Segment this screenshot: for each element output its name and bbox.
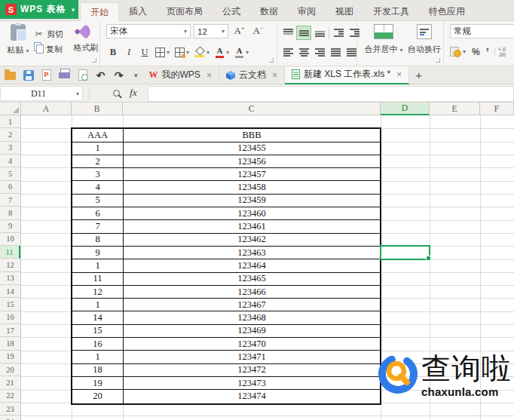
row-header-3[interactable]: 3	[0, 142, 20, 155]
column-header-D[interactable]: D	[381, 103, 430, 115]
grow-font-button[interactable]: A+	[231, 25, 247, 37]
cell[interactable]: 20	[72, 390, 124, 403]
column-header-B[interactable]: B	[72, 103, 123, 115]
merge-center-button[interactable]: 合并居中 ▾	[362, 24, 405, 55]
doc-tab-workbook[interactable]: 新建 XLS 工作表.xls * ×	[285, 66, 409, 84]
justify-button[interactable]	[328, 45, 343, 60]
fill-color-button[interactable]: ▾	[193, 45, 211, 60]
cell[interactable]: 123462	[124, 234, 380, 246]
format-painter-button[interactable]: 格式刷	[72, 24, 99, 54]
cell[interactable]: 2	[72, 155, 124, 167]
align-middle-button[interactable]	[296, 26, 311, 40]
row-header-7[interactable]: 7	[0, 194, 20, 207]
cut-button[interactable]: ✂ 剪切	[33, 26, 72, 41]
row-header-2[interactable]: 2	[0, 128, 20, 141]
cell[interactable]: 4	[72, 181, 124, 193]
tab-view[interactable]: 视图	[326, 2, 363, 21]
align-center-button[interactable]	[296, 45, 311, 60]
wrap-text-button[interactable]: 自动换行	[407, 24, 442, 55]
row-header-16[interactable]: 16	[0, 311, 20, 324]
currency-format-button[interactable]: ▾	[448, 44, 467, 59]
distributed-button[interactable]	[344, 45, 359, 60]
row-header-21[interactable]: 21	[0, 376, 20, 389]
cell[interactable]: 19	[72, 377, 124, 389]
new-tab-button[interactable]: +	[409, 66, 428, 84]
cell[interactable]: 123464	[124, 259, 380, 271]
phonetic-guide-button[interactable]: A ▾	[233, 45, 250, 60]
row-header-11[interactable]: 11	[0, 246, 20, 259]
app-brand[interactable]: S WPS 表格 ▾	[0, 0, 78, 19]
cell[interactable]: 123457	[124, 168, 380, 180]
redo-button[interactable]: ↷	[112, 69, 125, 81]
thousand-separator-button[interactable]: ’	[485, 48, 491, 56]
cell[interactable]: 8	[72, 234, 124, 246]
row-header-19[interactable]: 19	[0, 351, 20, 363]
row-header-24[interactable]: 24	[0, 415, 20, 420]
cell[interactable]: 12	[72, 286, 124, 298]
cell[interactable]: 123472	[124, 364, 380, 376]
font-name-select[interactable]: 宋体▾	[106, 24, 191, 38]
row-header-10[interactable]: 10	[0, 233, 20, 246]
cell[interactable]: 123461	[124, 220, 380, 232]
cell[interactable]: 6	[72, 207, 124, 219]
column-header-E[interactable]: E	[430, 103, 480, 115]
tab-page-layout[interactable]: 页面布局	[157, 2, 213, 21]
close-icon[interactable]: ×	[204, 70, 212, 81]
cell[interactable]: 1	[72, 351, 124, 363]
cell[interactable]: 123463	[124, 247, 380, 259]
row-header-8[interactable]: 8	[0, 207, 20, 219]
row-header-17[interactable]: 17	[0, 324, 20, 337]
tab-data[interactable]: 数据	[250, 2, 288, 21]
tab-formulas[interactable]: 公式	[213, 2, 250, 21]
cell[interactable]: 9	[72, 247, 124, 259]
cell[interactable]: 123456	[124, 155, 380, 167]
open-file-button[interactable]	[4, 69, 17, 81]
insert-function-button[interactable]: fx	[130, 87, 137, 99]
column-header-F[interactable]: F	[480, 103, 514, 115]
undo-button[interactable]: ↶	[94, 69, 107, 81]
cell[interactable]: 7	[72, 220, 124, 232]
print-button[interactable]	[58, 69, 71, 81]
cell[interactable]: AAA	[72, 129, 124, 141]
column-header-C[interactable]: C	[123, 103, 381, 115]
close-icon[interactable]: ×	[394, 69, 402, 80]
cell[interactable]: 1	[72, 143, 124, 155]
row-header-20[interactable]: 20	[0, 363, 20, 376]
cell[interactable]: 123460	[124, 207, 380, 219]
italic-button[interactable]: I	[122, 45, 136, 60]
decrease-indent-button[interactable]	[331, 26, 346, 40]
row-header-9[interactable]: 9	[0, 220, 20, 233]
formula-input[interactable]	[148, 86, 514, 102]
align-top-button[interactable]	[280, 26, 295, 40]
clipboard-dialog-launcher[interactable]	[92, 58, 96, 63]
copy-button[interactable]: 复制	[33, 41, 72, 57]
cell[interactable]: 123455	[124, 143, 380, 155]
row-header-5[interactable]: 5	[0, 167, 20, 180]
underline-button[interactable]: U	[138, 45, 151, 60]
row-header-14[interactable]: 14	[0, 285, 20, 298]
doc-tab-my-wps[interactable]: W 我的WPS ×	[142, 66, 219, 84]
row-header-23[interactable]: 23	[0, 403, 20, 415]
draw-border-button[interactable]: ▾	[173, 45, 191, 60]
cell[interactable]: 11	[72, 273, 124, 285]
font-dialog-launcher[interactable]	[269, 58, 274, 63]
cell[interactable]: 1	[72, 259, 124, 271]
save-button[interactable]	[22, 69, 35, 81]
align-bottom-button[interactable]	[312, 26, 327, 40]
shrink-font-button[interactable]: A−	[250, 25, 266, 37]
print-preview-button[interactable]	[76, 69, 89, 81]
cell[interactable]: 123468	[124, 311, 380, 323]
close-icon[interactable]: ×	[270, 70, 277, 81]
cell[interactable]: 123466	[124, 286, 380, 298]
font-size-select[interactable]: 12▾	[194, 24, 228, 38]
paste-button[interactable]: 粘贴 ▾	[5, 24, 32, 56]
cell[interactable]: 123458	[124, 181, 380, 193]
tab-insert[interactable]: 插入	[119, 2, 157, 21]
merge-dialog-launcher[interactable]	[436, 58, 440, 63]
align-left-button[interactable]	[280, 45, 295, 60]
tab-developer[interactable]: 开发工具	[363, 2, 419, 21]
cell[interactable]: 123471	[124, 351, 380, 363]
tab-review[interactable]: 审阅	[288, 2, 326, 21]
cell[interactable]: 15	[72, 325, 124, 337]
decimal-places-button[interactable]: +.0 .00	[494, 47, 506, 57]
